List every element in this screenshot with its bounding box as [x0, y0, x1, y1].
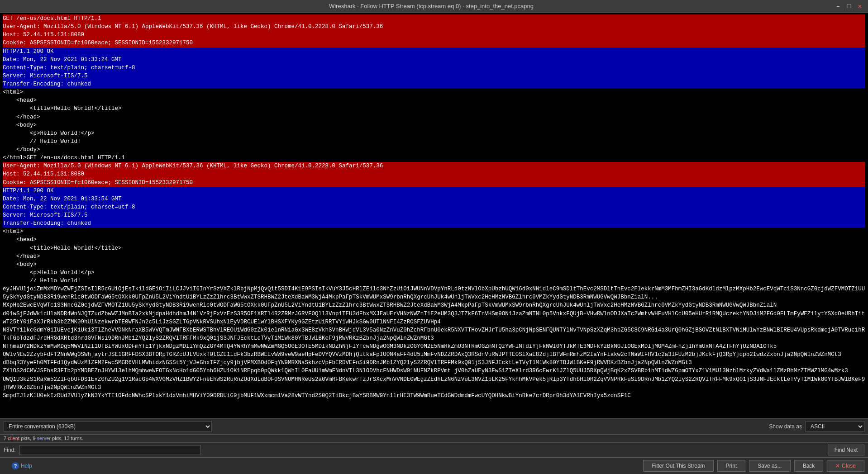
- stats-row: 7 client pkts, 9 server pkts, 13 turns.: [0, 435, 868, 442]
- data-format-select[interactable]: ASCIIHex DumpC ArraysRawYAML: [806, 421, 864, 432]
- close-icon: ✕: [835, 463, 840, 469]
- stream-content-area: GET /en-us/docs.html HTTP/1.1User-Agent:…: [0, 13, 868, 418]
- minimize-button[interactable]: –: [834, 2, 843, 11]
- bottom-controls: Entire conversation (630kB)Client onlySe…: [0, 418, 868, 474]
- window-title: Wireshark · Follow HTTP Stream (tcp.stre…: [31, 3, 832, 9]
- conversation-select[interactable]: Entire conversation (630kB)Client onlySe…: [4, 421, 212, 432]
- find-next-button[interactable]: Find Next: [828, 445, 864, 455]
- filter-out-button[interactable]: Filter Out This Stream: [643, 460, 713, 472]
- button-row: ? Help Filter Out This Stream Print Save…: [0, 457, 868, 474]
- find-row: Find: Find Next: [0, 442, 868, 457]
- find-input[interactable]: [19, 445, 200, 455]
- help-icon: ?: [12, 462, 19, 469]
- close-button-label: Close: [842, 463, 856, 469]
- save-as-button[interactable]: Save as...: [749, 460, 790, 472]
- title-bar: Wireshark · Follow HTTP Stream (tcp.stre…: [0, 0, 868, 13]
- print-button[interactable]: Print: [717, 460, 746, 472]
- help-button-label: Help: [21, 463, 32, 469]
- find-label: Find:: [4, 447, 16, 453]
- stats-text: 7 client pkts, 9 server pkts, 13 turns.: [4, 436, 83, 441]
- back-button[interactable]: Back: [794, 460, 824, 472]
- conversation-row: Entire conversation (630kB)Client onlySe…: [0, 419, 868, 435]
- close-button[interactable]: ✕ Close: [827, 460, 864, 472]
- help-button[interactable]: ? Help: [4, 460, 40, 472]
- maximize-button[interactable]: □: [844, 2, 854, 11]
- window-close-button[interactable]: ✕: [855, 2, 864, 11]
- show-data-label: Show data as: [769, 423, 802, 430]
